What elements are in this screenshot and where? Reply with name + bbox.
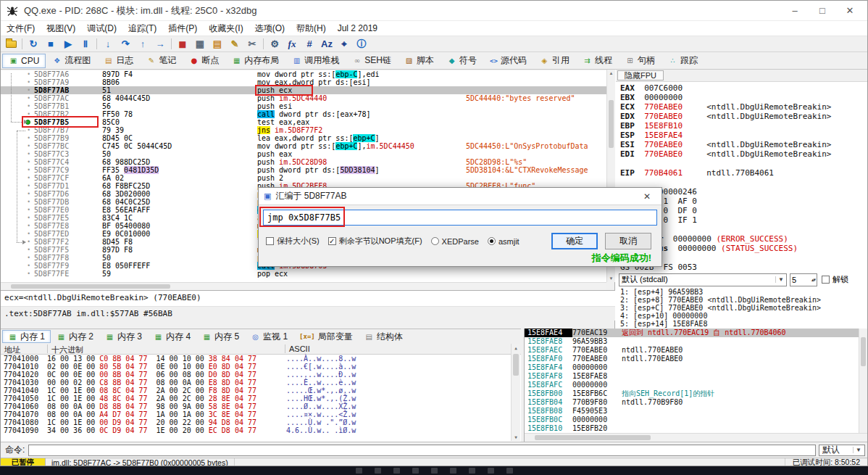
disasm-row[interactable]: •5D8F77C468 988DC25Dpush im.5DC28D985DC2… [1,158,606,166]
stack-row[interactable]: 15E8FB1015E8FB20 [525,424,859,433]
az-font-icon[interactable]: Az [319,37,335,51]
memory-row[interactable]: 7704109034 00 36 00 0C D9 04 77 1E 00 20… [1,426,511,434]
keep-size-checkbox[interactable]: 保持大小(S) [266,236,320,247]
tab-handles[interactable]: ⊞句柄 [619,54,662,68]
memory-row[interactable]: 7704107008 00 0A 00 A4 D7 04 77 1A 00 1A… [1,410,511,418]
disasm-row[interactable]: 5D8F77B585C0test eax,eax [1,118,606,126]
asmjit-radio[interactable]: asmjit [488,237,519,246]
stack-row[interactable]: 15E8FAF0770EABE0ntdll.770EABE0 [525,355,859,363]
stack-row[interactable]: 15E8FAF815E8FAE8 [525,372,859,381]
disasm-row[interactable]: •5D8F77B779 39jns im.5D8F77F2 [1,126,606,134]
taskbar-icon[interactable] [431,468,438,474]
disasm-row[interactable]: •5D8F77FE59pop ecx [1,270,606,278]
minimize-button[interactable]: – [789,5,801,16]
memory-row[interactable]: 770410200C 00 0E 00 00 8B 04 77 06 00 08… [1,371,511,379]
menu-item-1[interactable]: 视图(V) [41,21,81,36]
tab-threads[interactable]: ⇉线程 [576,54,619,68]
stack-row[interactable]: 15E8FAFC00000000 [525,381,859,389]
disasm-row[interactable]: •5D8F77AC68 4044C45Dpush im.5DC444405DC4… [1,94,606,102]
run-to-user-code-icon[interactable]: → [152,37,168,51]
tab-locals[interactable]: [x=]局部变量 [293,330,359,343]
tab-source[interactable]: <>源代码 [483,54,533,68]
stack-row[interactable]: 15E8FB0C00000000 [525,416,859,424]
disasm-row[interactable]: •5D8F77B2FF50 78call dword ptr ds:[eax+7… [1,110,606,118]
menu-item-5[interactable]: 收藏夹(I) [203,21,249,36]
notes-icon[interactable]: ✎ [227,37,243,51]
search-icon[interactable]: ⌖ [336,37,352,51]
memory-map-icon[interactable]: ▦ [192,37,208,51]
taskbar-icon[interactable] [506,468,513,474]
menu-item-0[interactable]: 文件(F) [1,21,41,36]
patch-icon[interactable]: ◼ [175,37,191,51]
menu-item-2[interactable]: 调试(D) [81,21,122,36]
tab-script[interactable]: ▨脚本 [398,54,441,68]
cancel-button[interactable]: 取消 [605,233,651,249]
step-out-icon[interactable]: ↑ [135,37,151,51]
settings-gear-icon[interactable]: ⚙ [267,37,283,51]
hash-shortcuts-icon[interactable]: # [301,37,317,51]
disasm-row[interactable]: •5D8F77B156push esi [1,102,606,110]
disasm-horizontal-scrollbar[interactable] [1,282,606,290]
unlock-checkbox[interactable]: 解锁 [822,274,848,285]
command-input[interactable] [28,445,816,456]
taskbar-icon[interactable] [412,468,419,474]
dialog-close-button[interactable]: ✕ [638,191,656,202]
stack-row[interactable]: 15E8FAE896A59BB3 [525,337,859,346]
disasm-row[interactable]: •5D8F77BCC745 0C 5044C45Dmov dword ptr s… [1,142,606,150]
disasm-row[interactable]: •5D8F77A6897D F4mov dword ptr ss:[ebp-C]… [1,70,606,78]
tab-dump-5[interactable]: ▦内存 5 [196,330,245,343]
step-into-icon[interactable]: ↓ [100,37,116,51]
memory-row[interactable]: 770410801C 00 1E 00 00 D9 04 77 20 00 22… [1,418,511,426]
tab-watch-1[interactable]: ◎监视 1 [245,330,293,343]
disasm-row[interactable]: •5D8F77C350push eax [1,150,606,158]
about-info-icon[interactable]: ⓘ [354,37,370,51]
command-profile-dropdown[interactable]: 默认▼ [819,445,865,456]
stack-row[interactable]: 15E8FB04770B9F80ntdll.770B9F80 [525,398,859,407]
disasm-row[interactable]: •5D8F77B98D45 0Clea eax,dword ptr ss:[eb… [1,134,606,142]
xedparse-radio[interactable]: XEDParse [431,237,479,246]
run-icon[interactable]: ▶ [60,37,76,51]
dialog-title-bar[interactable]: ▣ 汇编于 5D8F77AB ✕ [259,188,662,205]
tab-struct[interactable]: ▤结构体 [359,330,409,343]
menu-item-4[interactable]: 插件(P) [162,21,203,36]
tab-references[interactable]: ◈引用 [533,54,576,68]
disasm-row[interactable]: •5D8F77AB51push ecx [1,86,606,94]
memory-row[interactable]: 7704106008 00 0A 00 D8 8B 04 77 98 00 9A… [1,402,511,410]
argument-count-spinner[interactable]: 5▴▾ [790,273,817,286]
tab-notes[interactable]: ✎笔记 [140,54,183,68]
nop-fill-checkbox[interactable]: ✓剩余字节以NOP填充(F) [328,236,422,247]
tab-symbols[interactable]: ◆符号 [441,54,483,68]
taskbar-icon[interactable] [393,468,400,474]
calling-convention-select[interactable]: 默认 (stdcall)▼ [619,273,787,286]
tab-dump-3[interactable]: ▦内存 3 [99,330,148,343]
open-file-icon[interactable] [3,37,19,51]
stack-row[interactable]: 15E8FAE4770EAC19返回到 ntdll.770EAC19 自 ntd… [525,329,859,337]
taskbar-icon[interactable] [488,468,494,474]
tab-trace[interactable]: ∴跟踪 [662,54,704,68]
memory-row[interactable]: 770410401C 00 1E 00 08 8C 04 77 2A 00 2C… [1,387,511,395]
pause-icon[interactable]: Ⅱ [78,37,93,51]
restart-icon[interactable]: ↻ [25,37,41,51]
tab-dump-1[interactable]: ▦内存 1 [2,330,51,343]
memory-row[interactable]: 7704101002 00 0E 00 80 5B 04 77 0E 00 10… [1,363,511,371]
title-bar[interactable]: QQ.exe - PID: 268C - 模块: im.dll - 线程: 25… [1,1,867,21]
taskbar-icon[interactable] [469,468,475,474]
stack-vertical-scrollbar[interactable] [859,329,867,433]
menu-item-6[interactable]: 选项(O) [249,21,291,36]
tab-call-stack[interactable]: ▥调用堆栈 [285,54,346,68]
tab-graph[interactable]: ❖流程图 [46,54,97,68]
log-icon[interactable]: ▤ [209,37,225,51]
fx-expression-icon[interactable]: fx [284,37,300,51]
disasm-row[interactable]: •5D8F77A98B06mov eax,dword ptr ds:[esi] [1,78,606,86]
taskbar-icon[interactable] [450,468,456,474]
step-over-icon[interactable]: ↷ [117,37,133,51]
assemble-instruction-input[interactable] [263,210,657,226]
stack-row[interactable]: 15E8FB08F45905E3 [525,407,859,416]
tab-memory-map[interactable]: ▦内存布局 [225,54,285,68]
tab-breakpoints[interactable]: ●断点 [183,54,225,68]
memory-row[interactable]: 770410501C 00 1E 00 48 8C 04 77 2A 00 2C… [1,395,511,402]
maximize-button[interactable]: □ [817,5,828,16]
hide-fpu-button[interactable]: 隐藏FPU [617,70,664,80]
tab-dump-4[interactable]: ▦内存 4 [148,330,196,343]
close-button[interactable]: ✕ [844,5,856,16]
